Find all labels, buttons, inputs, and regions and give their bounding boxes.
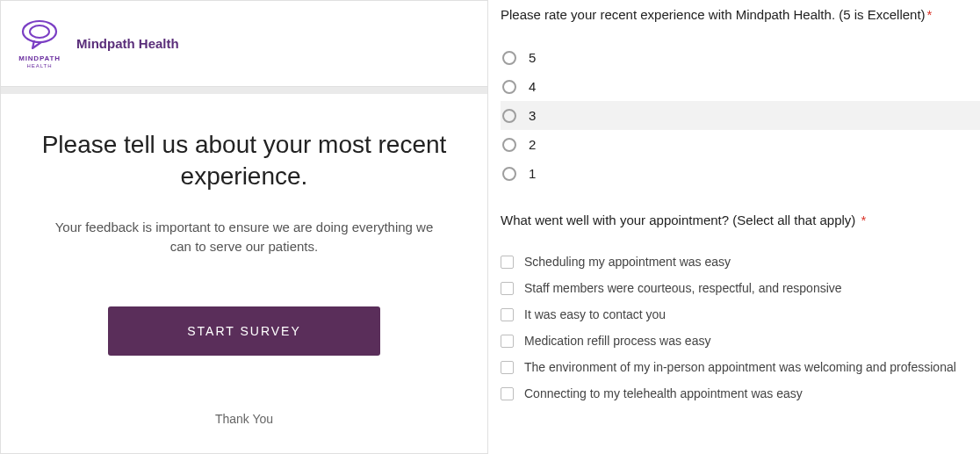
checkbox-option-label: Connecting to my telehealth appointment … bbox=[524, 386, 803, 400]
radio-icon bbox=[502, 51, 516, 65]
rating-option-4[interactable]: 4 bbox=[501, 72, 980, 101]
checkbox-option-1[interactable]: Staff members were courteous, respectful… bbox=[501, 275, 980, 301]
logo-text-main: MINDPATH bbox=[18, 55, 60, 63]
question-checkbox-text: What went well with your appointment? (S… bbox=[501, 213, 860, 227]
radio-icon bbox=[502, 167, 516, 181]
rating-option-3[interactable]: 3 bbox=[501, 101, 980, 130]
rating-option-label: 5 bbox=[529, 50, 536, 65]
question-checkbox: What went well with your appointment? (S… bbox=[501, 213, 980, 227]
checkbox-icon bbox=[501, 282, 514, 295]
header: MINDPATH HEALTH Mindpath Health bbox=[1, 1, 487, 87]
checkbox-option-0[interactable]: Scheduling my appointment was easy bbox=[501, 249, 980, 275]
checkbox-option-label: Staff members were courteous, respectful… bbox=[524, 281, 842, 295]
divider-bar bbox=[1, 87, 487, 94]
logo-text-sub: HEALTH bbox=[26, 63, 52, 68]
brand-name: Mindpath Health bbox=[76, 36, 179, 51]
brain-speech-icon bbox=[18, 18, 61, 54]
rating-radio-group: 54321 bbox=[501, 43, 980, 188]
logo: MINDPATH HEALTH bbox=[18, 18, 61, 68]
intro-title: Please tell us about your most recent ex… bbox=[36, 129, 452, 193]
checkbox-option-4[interactable]: The environment of my in-person appointm… bbox=[501, 354, 980, 380]
question-rating: Please rate your recent experience with … bbox=[501, 7, 980, 22]
checkbox-option-5[interactable]: Connecting to my telehealth appointment … bbox=[501, 380, 980, 407]
rating-option-label: 2 bbox=[529, 137, 536, 152]
start-survey-button[interactable]: START SURVEY bbox=[108, 306, 380, 356]
radio-icon bbox=[502, 109, 516, 123]
checkbox-option-label: The environment of my in-person appointm… bbox=[524, 360, 956, 374]
intro-content: Please tell us about your most recent ex… bbox=[1, 94, 487, 426]
required-asterisk: * bbox=[861, 213, 867, 227]
right-panel: Please rate your recent experience with … bbox=[488, 0, 980, 454]
rating-option-5[interactable]: 5 bbox=[501, 43, 980, 72]
rating-option-label: 3 bbox=[529, 108, 536, 123]
required-asterisk: * bbox=[927, 7, 933, 22]
checkbox-option-2[interactable]: It was easy to contact you bbox=[501, 301, 980, 328]
question-rating-text: Please rate your recent experience with … bbox=[501, 7, 926, 22]
svg-point-1 bbox=[30, 25, 49, 38]
svg-point-0 bbox=[23, 21, 56, 42]
intro-subtitle: Your feedback is important to ensure we … bbox=[36, 218, 452, 257]
checkbox-option-label: Medication refill process was easy bbox=[524, 334, 710, 348]
rating-option-1[interactable]: 1 bbox=[501, 159, 980, 188]
checkbox-icon bbox=[501, 387, 514, 400]
checkbox-option-3[interactable]: Medication refill process was easy bbox=[501, 328, 980, 354]
thank-you-text: Thank You bbox=[36, 412, 452, 426]
checkbox-option-label: Scheduling my appointment was easy bbox=[524, 255, 731, 269]
radio-icon bbox=[502, 138, 516, 152]
left-panel: MINDPATH HEALTH Mindpath Health Please t… bbox=[0, 0, 488, 454]
checkbox-icon bbox=[501, 361, 514, 374]
checkbox-icon bbox=[501, 335, 514, 348]
rating-option-2[interactable]: 2 bbox=[501, 130, 980, 159]
radio-icon bbox=[502, 80, 516, 94]
rating-option-label: 4 bbox=[529, 79, 536, 94]
rating-option-label: 1 bbox=[529, 166, 536, 181]
checkbox-icon bbox=[501, 308, 514, 321]
checkbox-group: Scheduling my appointment was easyStaff … bbox=[501, 249, 980, 407]
checkbox-icon bbox=[501, 256, 514, 269]
checkbox-option-label: It was easy to contact you bbox=[524, 307, 666, 321]
